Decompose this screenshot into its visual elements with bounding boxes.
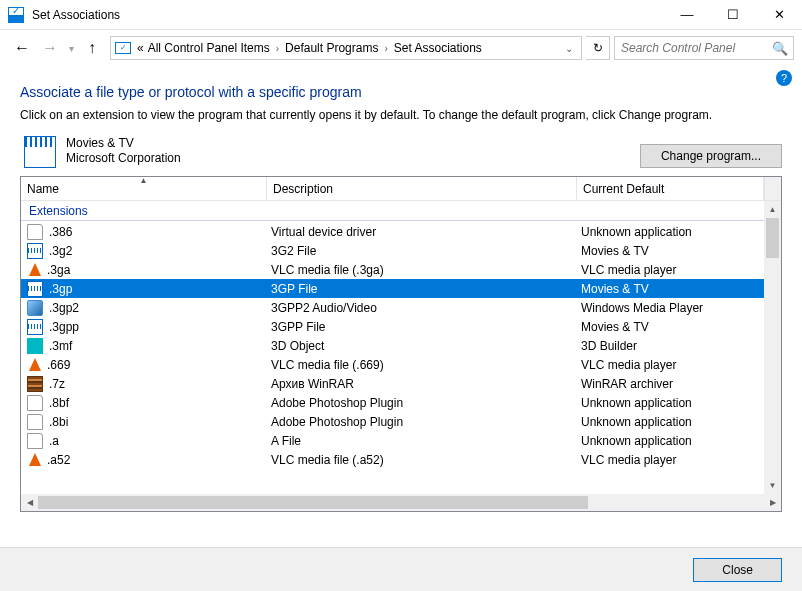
description-label: Virtual device driver — [267, 225, 577, 239]
extension-label: .a — [49, 434, 59, 448]
default-label: Unknown application — [577, 225, 764, 239]
vertical-scrollbar[interactable]: ▲ ▼ — [764, 201, 781, 494]
table-row[interactable]: .669VLC media file (.669)VLC media playe… — [21, 355, 764, 374]
refresh-button[interactable]: ↻ — [586, 36, 610, 60]
change-program-button[interactable]: Change program... — [640, 144, 782, 168]
forward-button[interactable]: → — [36, 34, 64, 62]
default-label: VLC media player — [577, 358, 764, 372]
table-header: Name ▲ Description Current Default — [21, 177, 781, 201]
column-name[interactable]: Name ▲ — [21, 177, 267, 200]
close-button[interactable]: Close — [693, 558, 782, 582]
group-header[interactable]: Extensions — [21, 201, 764, 221]
program-publisher: Microsoft Corporation — [66, 151, 640, 166]
column-description[interactable]: Description — [267, 177, 577, 200]
window-title: Set Associations — [32, 8, 664, 22]
table-row[interactable]: .8biAdobe Photoshop PluginUnknown applic… — [21, 412, 764, 431]
extension-label: .8bf — [49, 396, 69, 410]
breadcrumb-item[interactable]: Default Programs — [283, 41, 380, 55]
title-bar: Set Associations — ☐ ✕ — [0, 0, 802, 30]
file-type-icon — [27, 395, 43, 411]
scroll-thumb[interactable] — [38, 496, 588, 509]
default-label: Unknown application — [577, 415, 764, 429]
horizontal-scrollbar[interactable]: ◀ ▶ — [21, 494, 781, 511]
description-label: A File — [267, 434, 577, 448]
extension-label: .669 — [47, 358, 70, 372]
extension-label: .386 — [49, 225, 72, 239]
table-row[interactable]: .3gp3GP FileMovies & TV — [21, 279, 764, 298]
default-label: VLC media player — [577, 263, 764, 277]
nav-bar: ← → ▾ ↑ ✓ « All Control Panel Items › De… — [0, 30, 802, 66]
search-input[interactable] — [621, 41, 772, 55]
search-box[interactable]: 🔍 — [614, 36, 794, 60]
footer: Close — [0, 547, 802, 591]
default-label: WinRAR archiver — [577, 377, 764, 391]
description-label: VLC media file (.a52) — [267, 453, 577, 467]
program-icon — [24, 136, 56, 168]
table-row[interactable]: .7zАрхив WinRARWinRAR archiver — [21, 374, 764, 393]
maximize-button[interactable]: ☐ — [710, 0, 756, 30]
table-row[interactable]: .3g23G2 FileMovies & TV — [21, 241, 764, 260]
search-icon[interactable]: 🔍 — [772, 41, 788, 56]
table-row[interactable]: .3mf3D Object3D Builder — [21, 336, 764, 355]
table-row[interactable]: .3gpp3GPP FileMovies & TV — [21, 317, 764, 336]
file-type-icon — [27, 338, 43, 354]
file-type-icon — [27, 319, 43, 335]
table-row[interactable]: .a52VLC media file (.a52)VLC media playe… — [21, 450, 764, 469]
description-label: Архив WinRAR — [267, 377, 577, 391]
scroll-thumb[interactable] — [766, 218, 779, 258]
associations-table: Name ▲ Description Current Default Exten… — [20, 176, 782, 512]
breadcrumb-item[interactable]: All Control Panel Items — [146, 41, 272, 55]
scroll-head-stub — [764, 177, 781, 200]
app-icon — [8, 7, 24, 23]
extension-label: .a52 — [47, 453, 70, 467]
extension-label: .3gpp — [49, 320, 79, 334]
file-type-icon — [29, 453, 41, 466]
scroll-track[interactable] — [38, 494, 747, 511]
address-bar[interactable]: ✓ « All Control Panel Items › Default Pr… — [110, 36, 582, 60]
default-label: Movies & TV — [577, 282, 764, 296]
breadcrumb-item[interactable]: Set Associations — [392, 41, 484, 55]
description-label: 3D Object — [267, 339, 577, 353]
scroll-up-button[interactable]: ▲ — [764, 201, 781, 218]
recent-dropdown[interactable]: ▾ — [64, 34, 78, 62]
chevron-right-icon[interactable]: › — [380, 43, 391, 54]
scroll-left-button[interactable]: ◀ — [21, 494, 38, 511]
default-label: Windows Media Player — [577, 301, 764, 315]
address-dropdown-icon[interactable]: ⌄ — [561, 43, 577, 54]
extension-label: .3gp — [49, 282, 72, 296]
table-row[interactable]: .8bfAdobe Photoshop PluginUnknown applic… — [21, 393, 764, 412]
table-row[interactable]: .3gaVLC media file (.3ga)VLC media playe… — [21, 260, 764, 279]
table-row[interactable]: .aA FileUnknown application — [21, 431, 764, 450]
file-type-icon — [27, 414, 43, 430]
file-type-icon — [27, 281, 43, 297]
extension-label: .3gp2 — [49, 301, 79, 315]
file-type-icon — [29, 263, 41, 276]
up-button[interactable]: ↑ — [78, 34, 106, 62]
default-label: Movies & TV — [577, 244, 764, 258]
default-label: VLC media player — [577, 453, 764, 467]
extension-label: .3mf — [49, 339, 72, 353]
program-name: Movies & TV — [66, 136, 640, 151]
back-button[interactable]: ← — [8, 34, 36, 62]
default-label: Movies & TV — [577, 320, 764, 334]
file-type-icon — [27, 376, 43, 392]
help-icon[interactable]: ? — [776, 70, 792, 86]
scroll-down-button[interactable]: ▼ — [764, 477, 781, 494]
address-icon: ✓ — [115, 42, 131, 54]
selected-program-panel: Movies & TV Microsoft Corporation Change… — [20, 136, 782, 168]
column-default[interactable]: Current Default — [577, 177, 764, 200]
sort-asc-icon: ▲ — [140, 176, 148, 185]
description-label: 3GPP File — [267, 320, 577, 334]
close-window-button[interactable]: ✕ — [756, 0, 802, 30]
chevron-right-icon[interactable]: › — [272, 43, 283, 54]
description-label: VLC media file (.669) — [267, 358, 577, 372]
extension-label: .8bi — [49, 415, 68, 429]
page-subheading: Click on an extension to view the progra… — [20, 108, 782, 122]
scroll-track[interactable] — [764, 218, 781, 477]
scroll-right-button[interactable]: ▶ — [764, 494, 781, 511]
table-row[interactable]: .3gp23GPP2 Audio/VideoWindows Media Play… — [21, 298, 764, 317]
table-row[interactable]: .386Virtual device driverUnknown applica… — [21, 222, 764, 241]
minimize-button[interactable]: — — [664, 0, 710, 30]
default-label: Unknown application — [577, 396, 764, 410]
extension-label: .7z — [49, 377, 65, 391]
